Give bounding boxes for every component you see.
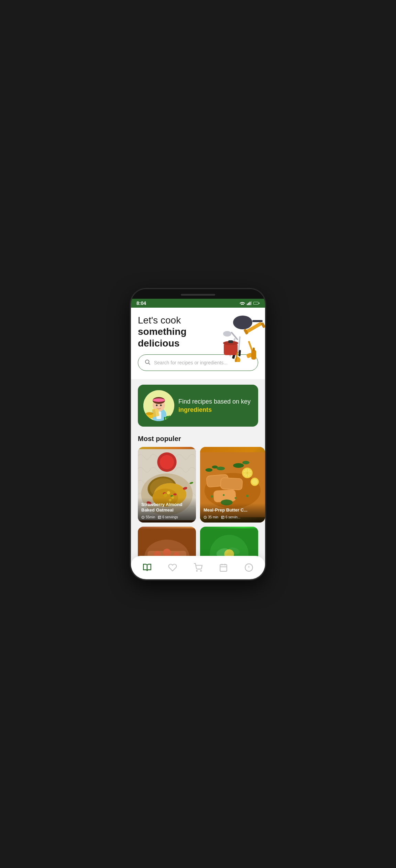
svg-point-37 (156, 405, 158, 406)
svg-rect-5 (259, 303, 260, 304)
svg-rect-97 (221, 516, 224, 519)
svg-point-93 (223, 494, 224, 496)
svg-point-121 (201, 570, 201, 571)
svg-point-61 (167, 491, 170, 494)
phone-frame: 8:04 Let's cook (131, 289, 265, 579)
chef-illustration (143, 390, 174, 421)
recipe-servings-2: 6 servin... (221, 515, 240, 519)
recipe-card-1[interactable]: Strawberry Almond Baked Oatmeal 55min 6 … (138, 447, 196, 523)
recipe-overlay-2: Meal-Prep Butter C... 35 min 6 servin... (200, 503, 265, 523)
svg-point-44 (168, 416, 171, 418)
recipe-meta-2: 35 min 6 servin... (204, 515, 262, 519)
recipe-cards-row: Strawberry Almond Baked Oatmeal 55min 6 … (131, 447, 265, 523)
status-time: 8:04 (136, 300, 146, 306)
nav-calendar[interactable] (215, 559, 232, 576)
signal-icon (247, 301, 252, 305)
svg-rect-2 (250, 301, 251, 305)
book-icon (143, 563, 152, 572)
svg-point-104 (163, 549, 171, 557)
recipe-time-2: 35 min (204, 515, 218, 519)
info-icon (244, 563, 253, 572)
hero-line1: Let's cook (138, 315, 181, 326)
svg-rect-122 (220, 564, 227, 571)
cart-icon (194, 563, 202, 572)
svg-point-95 (246, 495, 249, 497)
section-title: Most populer (131, 432, 265, 447)
svg-point-94 (235, 497, 236, 499)
svg-rect-24 (253, 348, 255, 351)
search-icon (144, 359, 151, 366)
banner-text-normal: Find recipes based on key (178, 398, 251, 405)
svg-point-57 (173, 494, 176, 496)
svg-point-27 (145, 360, 149, 364)
status-bar: 8:04 (131, 299, 265, 308)
notch-bar (181, 294, 215, 296)
screen: Let's cook something delicious (131, 308, 265, 579)
svg-point-66 (160, 455, 174, 469)
svg-point-63 (163, 493, 167, 497)
svg-rect-68 (158, 516, 161, 519)
svg-point-120 (197, 570, 197, 571)
svg-point-86 (205, 468, 212, 472)
recipe-card-2[interactable]: Meal-Prep Butter C... 35 min 6 servin... (200, 447, 265, 523)
svg-point-25 (223, 331, 231, 337)
svg-point-36 (157, 399, 160, 402)
nav-cart[interactable] (189, 559, 207, 576)
svg-rect-23 (251, 350, 256, 360)
svg-point-88 (217, 467, 225, 470)
svg-line-28 (148, 363, 150, 365)
nav-home[interactable] (139, 559, 156, 576)
banner-highlight: ingredients (178, 406, 212, 413)
banner-text: Find recipes based on key ingredients (178, 397, 253, 414)
hero-title: Let's cook something delicious (138, 315, 213, 349)
heart-icon (168, 563, 177, 572)
svg-rect-76 (221, 478, 242, 490)
recipe-overlay-1: Strawberry Almond Baked Oatmeal 55min 6 … (138, 498, 196, 523)
header-section: Let's cook something delicious (131, 308, 265, 380)
svg-point-89 (233, 463, 244, 468)
nav-info[interactable] (240, 559, 257, 576)
recipe-time-1: 55min (141, 515, 155, 519)
svg-rect-0 (247, 304, 248, 305)
svg-rect-8 (252, 320, 263, 322)
svg-point-7 (233, 316, 252, 329)
svg-rect-18 (228, 340, 233, 343)
kitchen-illustration (212, 310, 265, 362)
svg-rect-6 (254, 302, 258, 304)
svg-point-42 (146, 412, 153, 415)
svg-rect-1 (248, 303, 249, 305)
svg-rect-45 (164, 417, 165, 420)
svg-point-90 (242, 461, 250, 464)
calendar-icon (219, 563, 228, 572)
svg-point-38 (160, 405, 162, 406)
recipe-name-1: Strawberry Almond Baked Oatmeal (141, 502, 192, 514)
wifi-icon (240, 301, 245, 305)
status-icons (240, 301, 260, 305)
recipe-servings-1: 6 servings (158, 515, 178, 519)
recipe-name-2: Meal-Prep Butter C... (204, 507, 262, 513)
svg-point-85 (252, 479, 257, 485)
phone-notch (131, 289, 265, 299)
svg-rect-3 (251, 301, 252, 305)
nav-favorites[interactable] (164, 559, 181, 576)
ingredients-banner[interactable]: Find recipes based on key ingredients (138, 385, 258, 427)
bottom-nav (131, 556, 265, 579)
hero-bold: something delicious (138, 326, 187, 349)
svg-point-92 (211, 495, 213, 498)
recipe-meta-1: 55min 6 servings (141, 515, 192, 519)
battery-icon (253, 301, 260, 305)
